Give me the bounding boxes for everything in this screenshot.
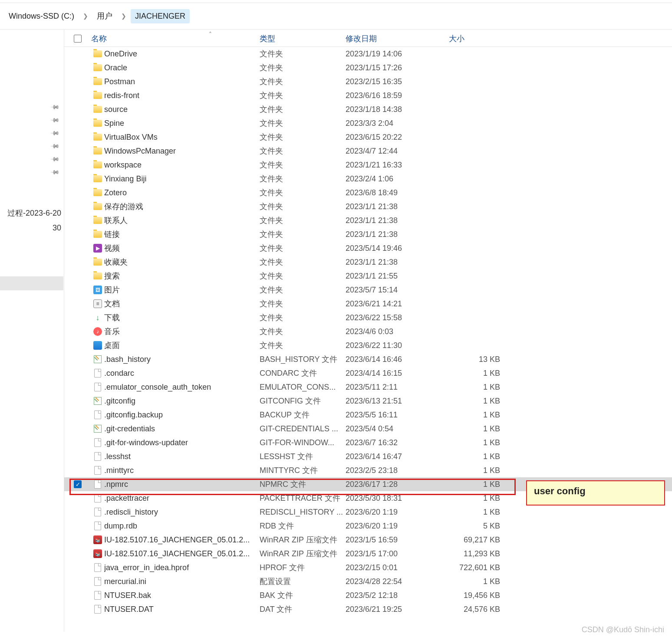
table-row[interactable]: Zotero文件夹2023/6/8 18:49: [64, 186, 672, 200]
table-row[interactable]: ↓下载文件夹2023/6/22 15:58: [64, 311, 672, 325]
cell-type: 文件夹: [260, 146, 346, 156]
table-row[interactable]: dump.rdbRDB 文件2023/6/20 1:195 KB: [64, 519, 672, 533]
table-row[interactable]: WindowsPcManager文件夹2023/4/7 12:44: [64, 144, 672, 158]
column-header-name[interactable]: 名称 ˄: [91, 33, 260, 44]
breadcrumb-item-0[interactable]: Windows-SSD (C:): [4, 9, 79, 23]
column-header-type[interactable]: 类型: [260, 33, 346, 44]
table-row[interactable]: 📚IU-182.5107.16_JIACHENGER_05.01.2...Win…: [64, 547, 672, 561]
cell-size: 1 KB: [449, 577, 503, 586]
cell-type: 文件夹: [260, 326, 346, 337]
table-row[interactable]: NTUSER.bakBAK 文件2023/5/2 12:1819,456 KB: [64, 588, 672, 602]
cell-name: IU-182.5107.16_JIACHENGER_05.01.2...: [104, 535, 260, 545]
table-row[interactable]: 🖼图片文件夹2023/5/7 15:14: [64, 283, 672, 297]
table-row[interactable]: 📚IU-182.5107.16_JIACHENGER_05.01.2...Win…: [64, 533, 672, 547]
pin-icon[interactable]: 📌: [50, 141, 60, 151]
table-row[interactable]: VirtualBox VMs文件夹2023/6/15 20:22: [64, 130, 672, 144]
cell-name: OneDrive: [104, 49, 260, 59]
table-row[interactable]: redis-front文件夹2023/6/16 18:59: [64, 89, 672, 102]
cell-name: 桌面: [104, 340, 260, 351]
pin-icon[interactable]: 📌: [50, 115, 60, 125]
breadcrumb-item-1[interactable]: 用户: [92, 8, 117, 24]
cell-type: DAT 文件: [260, 604, 346, 614]
nav-partial-text: 过程-2023-6-20 30: [0, 206, 64, 235]
file-icon: [94, 591, 101, 600]
folder-icon: [93, 106, 102, 113]
table-row[interactable]: 联系人文件夹2023/1/1 21:38: [64, 213, 672, 227]
cell-date: 2023/2/15 16:35: [346, 77, 449, 86]
download-icon: ↓: [96, 313, 100, 322]
table-row[interactable]: Postman文件夹2023/2/15 16:35: [64, 75, 672, 89]
column-header-size[interactable]: 大小: [449, 33, 510, 44]
table-row[interactable]: Spine文件夹2023/3/3 2:04: [64, 116, 672, 130]
cell-type: 文件夹: [260, 132, 346, 142]
top-border: [0, 0, 672, 3]
table-row[interactable]: .minttyrcMINTTYRC 文件2023/2/5 23:181 KB: [64, 463, 672, 477]
cell-date: 2023/1/15 17:26: [346, 63, 449, 72]
table-row[interactable]: 保存的游戏文件夹2023/1/1 21:38: [64, 200, 672, 213]
table-row[interactable]: .gitconfig.backupBACKUP 文件2023/5/5 16:11…: [64, 408, 672, 422]
cell-name: .npmrc: [104, 480, 260, 489]
cell-date: 2023/5/7 15:14: [346, 286, 449, 295]
select-all-checkbox[interactable]: [74, 35, 82, 43]
cell-type: 文件夹: [260, 90, 346, 101]
nav-text-2: 30: [53, 223, 61, 232]
file-icon: [94, 452, 101, 461]
cell-name: Yinxiang Biji: [104, 174, 260, 184]
nav-selected-item[interactable]: [0, 276, 63, 290]
table-row[interactable]: ▶视频文件夹2023/5/14 19:46: [64, 241, 672, 255]
pin-icon[interactable]: 📌: [50, 128, 60, 138]
table-row[interactable]: .git-for-windows-updaterGIT-FOR-WINDOW..…: [64, 436, 672, 450]
cell-size: 1 KB: [449, 397, 503, 406]
cell-name: source: [104, 105, 260, 114]
cell-size: 11,293 KB: [449, 549, 503, 558]
breadcrumb-item-2[interactable]: JIACHENGER: [131, 9, 190, 23]
table-row[interactable]: mercurial.ini配置设置2023/4/28 22:541 KB: [64, 575, 672, 588]
table-row[interactable]: workspace文件夹2023/1/21 16:33: [64, 158, 672, 172]
cell-name: 保存的游戏: [104, 201, 260, 212]
cell-date: 2023/1/1 21:38: [346, 258, 449, 267]
file-icon: [94, 494, 101, 502]
table-row[interactable]: .git-credentialsGIT-CREDENTIALS ...2023/…: [64, 422, 672, 436]
cell-name: .emulator_console_auth_token: [104, 383, 260, 392]
chevron-right-icon[interactable]: ❯: [121, 13, 126, 20]
table-row[interactable]: ♪音乐文件夹2023/4/6 0:03: [64, 325, 672, 338]
pin-icon[interactable]: 📌: [50, 154, 60, 164]
table-row[interactable]: OneDrive文件夹2023/1/19 14:06: [64, 47, 672, 61]
table-row[interactable]: .gitconfigGITCONFIG 文件2023/6/13 21:511 K…: [64, 394, 672, 408]
table-row[interactable]: .emulator_console_auth_tokenEMULATOR_CON…: [64, 380, 672, 394]
cell-name: 图片: [104, 285, 260, 295]
table-row[interactable]: .rediscli_historyREDISCLI_HISTORY ...202…: [64, 505, 672, 519]
column-header-date[interactable]: 修改日期: [346, 33, 449, 44]
table-row[interactable]: .lesshstLESSHST 文件2023/6/14 16:471 KB: [64, 450, 672, 463]
table-row[interactable]: .condarcCONDARC 文件2023/4/14 16:151 KB: [64, 366, 672, 380]
table-row[interactable]: 搜索文件夹2023/1/1 21:55: [64, 269, 672, 283]
table-row[interactable]: Oracle文件夹2023/1/15 17:26: [64, 61, 672, 75]
cell-name: java_error_in_idea.hprof: [104, 563, 260, 572]
file-icon: [94, 522, 101, 530]
pin-icon[interactable]: 📌: [50, 102, 60, 112]
cell-name: IU-182.5107.16_JIACHENGER_05.01.2...: [104, 549, 260, 558]
table-row[interactable]: 链接文件夹2023/1/1 21:38: [64, 227, 672, 241]
pin-icon[interactable]: 📌: [50, 167, 60, 177]
table-row[interactable]: source文件夹2023/1/18 14:38: [64, 102, 672, 116]
row-checkbox[interactable]: ✓: [74, 480, 82, 488]
file-list-panel: 名称 ˄ 类型 修改日期 大小 OneDrive文件夹2023/1/19 14:…: [64, 30, 672, 632]
table-row[interactable]: 桌面文件夹2023/6/22 11:30: [64, 338, 672, 352]
cell-size: 1 KB: [449, 424, 503, 433]
cell-date: 2023/1/1 21:38: [346, 230, 449, 239]
table-row[interactable]: NTUSER.DATDAT 文件2023/6/21 19:2524,576 KB: [64, 602, 672, 616]
table-row[interactable]: java_error_in_idea.hprofHPROF 文件2023/2/1…: [64, 561, 672, 575]
file-rows: OneDrive文件夹2023/1/19 14:06Oracle文件夹2023/…: [64, 47, 672, 616]
cell-type: GIT-CREDENTIALS ...: [260, 424, 346, 433]
table-row[interactable]: 收藏夹文件夹2023/1/1 21:38: [64, 255, 672, 269]
chevron-right-icon[interactable]: ❯: [83, 13, 88, 20]
cell-type: PACKETTRACER 文件: [260, 493, 346, 503]
table-row[interactable]: .bash_historyBASH_HISTORY 文件2023/6/14 16…: [64, 352, 672, 366]
cell-date: 2023/6/22 15:58: [346, 313, 449, 322]
cell-type: 文件夹: [260, 201, 346, 212]
cell-date: 2023/6/20 1:19: [346, 522, 449, 531]
folder-icon: [93, 259, 102, 266]
table-row[interactable]: ≡文档文件夹2023/6/21 14:21: [64, 297, 672, 311]
table-row[interactable]: Yinxiang Biji文件夹2023/2/4 1:06: [64, 172, 672, 186]
cell-date: 2023/5/11 2:11: [346, 383, 449, 392]
